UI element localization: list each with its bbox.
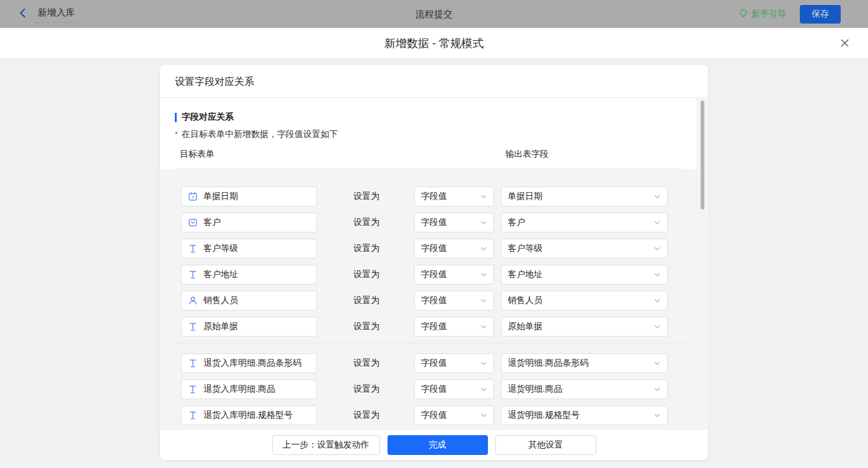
target-field-label: 销售人员 <box>203 295 238 306</box>
target-field-label: 客户地址 <box>203 269 238 280</box>
output-field-value: 单据日期 <box>508 191 542 202</box>
text-field-icon <box>188 244 198 254</box>
target-field-box[interactable]: 退货入库明细.规格型号 <box>181 405 317 425</box>
text-field-icon <box>188 270 198 280</box>
modal-body: 设置字段对应关系 字段对应关系 * 在目标表单中新增数据，字段值设置如下 目标表… <box>0 65 868 468</box>
target-field-label: 原始单据 <box>203 321 238 332</box>
back-button[interactable] <box>17 7 29 21</box>
set-as-label: 设置为 <box>353 269 379 280</box>
target-field-box[interactable]: 退货入库明细.商品条形码 <box>181 353 317 373</box>
target-field-box[interactable]: 退货入库明细.商品 <box>181 379 317 399</box>
chevron-down-icon <box>480 297 487 304</box>
topbar: 新增入库 流程提交 新手引导 保存 <box>0 0 868 28</box>
scrollbar-thumb[interactable] <box>701 100 704 210</box>
target-field-label: 客户 <box>203 217 221 228</box>
value-type-value: 字段值 <box>421 384 447 395</box>
field-mapping-row: 退货入库明细.商品 设置为 字段值 退货明细.商品 <box>181 379 708 399</box>
target-field-box[interactable]: 销售人员 <box>181 291 317 311</box>
chevron-down-icon <box>480 412 487 419</box>
field-rows-main: 7 单据日期 设置为 字段值 单据日期 客户 设置为 字段值 客户 <box>181 187 708 337</box>
value-type-select[interactable]: 字段值 <box>414 291 494 311</box>
value-type-select[interactable]: 字段值 <box>414 353 494 373</box>
save-button[interactable]: 保存 <box>800 5 841 24</box>
field-mapping-row: 销售人员 设置为 字段值 销售人员 <box>181 291 708 311</box>
field-mapping-row: 客户 设置为 字段值 客户 <box>181 213 708 232</box>
output-field-value: 原始单据 <box>508 321 542 332</box>
chevron-down-icon <box>653 219 661 226</box>
workflow-name-field[interactable]: 新增入库 <box>35 5 78 23</box>
target-field-box[interactable]: 客户地址 <box>181 265 317 285</box>
output-field-select[interactable]: 退货明细.规格型号 <box>501 405 668 425</box>
value-type-select[interactable]: 字段值 <box>414 187 494 206</box>
modal-title: 新增数据 - 常规模式 <box>384 36 484 51</box>
section-intro: 字段对应关系 * 在目标表单中新增数据，字段值设置如下 目标表单 输出表字段 <box>160 98 696 169</box>
prev-step-button[interactable]: 上一步：设置触发动作 <box>272 435 380 455</box>
chevron-down-icon <box>653 245 661 252</box>
output-field-value: 客户地址 <box>508 269 542 280</box>
value-type-select[interactable]: 字段值 <box>414 379 494 399</box>
topbar-left: 新增入库 <box>17 5 78 23</box>
output-field-value: 退货明细.商品条形码 <box>508 358 588 369</box>
card-footer: 上一步：设置触发动作 完成 其他设置 <box>160 430 708 460</box>
output-field-select[interactable]: 客户地址 <box>501 265 668 285</box>
dropdown-field-icon <box>188 218 198 227</box>
chevron-down-icon <box>480 323 487 330</box>
field-mapping-list: 7 单据日期 设置为 字段值 单据日期 客户 设置为 字段值 客户 <box>160 169 708 425</box>
screen: 新增入库 流程提交 新手引导 保存 新增数据 - 常规模式 <box>0 0 868 468</box>
target-field-label: 退货入库明细.规格型号 <box>203 410 293 421</box>
text-field-icon <box>188 322 198 332</box>
field-mapping-row: 7 单据日期 设置为 字段值 单据日期 <box>181 187 708 206</box>
target-field-label: 退货入库明细.商品条形码 <box>203 358 301 369</box>
lightbulb-icon <box>738 8 748 20</box>
other-settings-button[interactable]: 其他设置 <box>495 435 596 455</box>
column-header-output-field: 输出表字段 <box>505 149 549 160</box>
beginner-guide-label: 新手引导 <box>751 9 786 20</box>
field-mapping-row: 退货入库明细.商品条形码 设置为 字段值 退货明细.商品条形码 <box>181 353 708 373</box>
calendar-icon: 7 <box>188 192 198 201</box>
output-field-value: 客户 <box>508 217 525 228</box>
done-button[interactable]: 完成 <box>388 435 488 455</box>
user-icon <box>188 296 198 306</box>
output-field-select[interactable]: 客户等级 <box>501 239 668 258</box>
hint-text: 在目标表单中新增数据，字段值设置如下 <box>182 129 338 140</box>
chevron-down-icon <box>653 360 661 367</box>
close-icon[interactable] <box>837 36 852 51</box>
chevron-down-icon <box>653 193 661 200</box>
target-field-box[interactable]: 客户 <box>181 213 317 232</box>
target-field-box[interactable]: 客户等级 <box>181 239 317 258</box>
value-type-value: 字段值 <box>421 243 447 254</box>
chevron-left-icon <box>17 7 29 21</box>
field-mapping-row: 客户地址 设置为 字段值 客户地址 <box>181 265 708 285</box>
target-field-label: 单据日期 <box>203 191 238 202</box>
output-field-select[interactable]: 退货明细.商品 <box>501 379 668 399</box>
value-type-select[interactable]: 字段值 <box>414 213 494 232</box>
set-as-label: 设置为 <box>353 410 379 421</box>
settings-card: 设置字段对应关系 字段对应关系 * 在目标表单中新增数据，字段值设置如下 目标表… <box>160 65 708 460</box>
chevron-down-icon <box>480 386 487 393</box>
output-field-value: 客户等级 <box>508 243 542 254</box>
output-field-select[interactable]: 退货明细.商品条形码 <box>501 353 668 373</box>
svg-text:7: 7 <box>192 195 194 200</box>
chevron-down-icon <box>480 245 487 252</box>
output-field-select[interactable]: 单据日期 <box>501 187 668 206</box>
section-title: 字段对应关系 <box>182 112 234 123</box>
text-field-icon <box>188 384 198 394</box>
value-type-select[interactable]: 字段值 <box>414 239 494 258</box>
value-type-value: 字段值 <box>421 295 447 306</box>
output-field-select[interactable]: 销售人员 <box>501 291 668 311</box>
field-mapping-row: 客户等级 设置为 字段值 客户等级 <box>181 239 708 258</box>
value-type-select[interactable]: 字段值 <box>414 265 494 285</box>
beginner-guide-link[interactable]: 新手引导 <box>738 8 786 20</box>
value-type-select[interactable]: 字段值 <box>414 405 494 425</box>
value-type-select[interactable]: 字段值 <box>414 317 494 337</box>
target-field-box[interactable]: 7 单据日期 <box>181 187 317 206</box>
output-field-select[interactable]: 原始单据 <box>501 317 668 337</box>
output-field-value: 退货明细.规格型号 <box>508 410 580 421</box>
target-field-label: 客户等级 <box>203 243 238 254</box>
chevron-down-icon <box>653 297 661 304</box>
target-field-box[interactable]: 原始单据 <box>181 317 317 337</box>
chevron-down-icon <box>480 219 487 226</box>
column-headers: 目标表单 输出表字段 <box>175 149 681 161</box>
output-field-select[interactable]: 客户 <box>501 213 668 232</box>
required-asterisk: * <box>175 129 178 140</box>
